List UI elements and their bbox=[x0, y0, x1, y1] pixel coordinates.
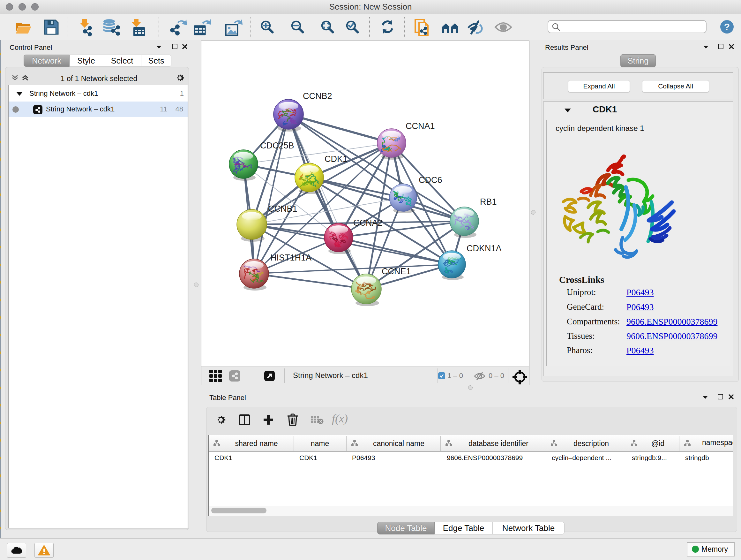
svg-text:CCNB1: CCNB1 bbox=[268, 204, 297, 213]
svg-text:CDC25B: CDC25B bbox=[260, 141, 294, 150]
svg-text:RB1: RB1 bbox=[480, 197, 497, 206]
svg-text:CCNA1: CCNA1 bbox=[406, 121, 435, 131]
svg-text:CDK1: CDK1 bbox=[325, 154, 347, 164]
svg-text:CCNA2: CCNA2 bbox=[353, 218, 383, 228]
svg-text:CDKN1A: CDKN1A bbox=[467, 244, 502, 253]
svg-text:HIST1H1A: HIST1H1A bbox=[270, 253, 312, 262]
svg-text:CCNE1: CCNE1 bbox=[382, 266, 411, 276]
svg-text:CDC6: CDC6 bbox=[419, 175, 442, 185]
svg-text:CCNB2: CCNB2 bbox=[303, 91, 332, 101]
